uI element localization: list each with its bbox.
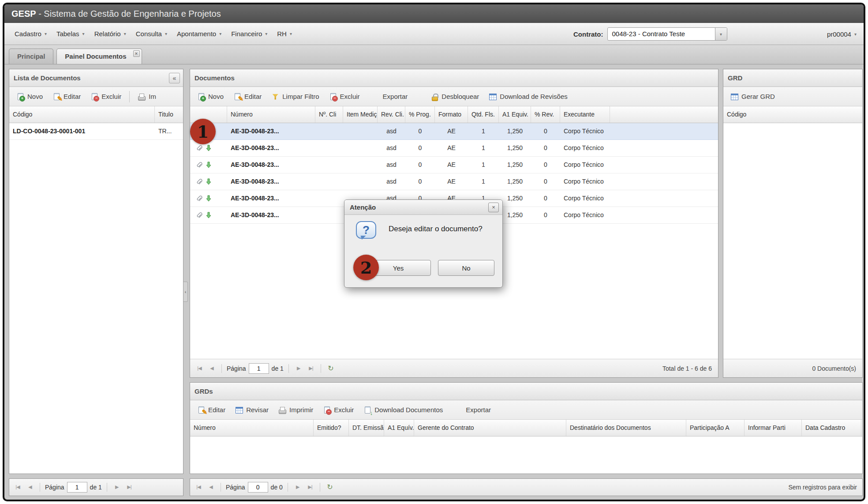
menu-cadastro[interactable]: Cadastro ▾ [10, 26, 52, 41]
exportar-button[interactable]: Exportar [379, 90, 412, 102]
first-page-button[interactable]: |◀ [195, 364, 204, 373]
editar-button[interactable]: Editar [194, 404, 229, 416]
menu-relatorio[interactable]: Relatório ▾ [90, 26, 131, 41]
download-arrow-icon [206, 212, 211, 218]
tab-close-icon[interactable]: × [133, 50, 140, 57]
refresh-icon[interactable]: ↻ [325, 482, 335, 492]
menu-rh[interactable]: RH ▾ [272, 26, 297, 41]
last-page-button[interactable]: ▶| [305, 482, 315, 492]
imprimir-button[interactable]: Imprimir [275, 404, 317, 416]
close-icon[interactable]: × [488, 203, 499, 212]
next-page-button[interactable]: ▶ [294, 364, 303, 373]
last-page-button[interactable]: ▶| [306, 364, 316, 373]
column-data-cadastro[interactable]: Data Cadastro [802, 420, 861, 436]
no-button[interactable]: No [438, 260, 494, 276]
page-input[interactable] [67, 482, 87, 493]
next-page-button[interactable]: ▶ [112, 482, 122, 492]
tab-label: Painel Documentos [65, 53, 126, 60]
column-numero[interactable]: Número [190, 420, 314, 436]
novo-button[interactable]: Novo [194, 90, 227, 103]
column-codigo[interactable]: Código [9, 106, 155, 123]
panel-collapse-handle[interactable]: ‹ [183, 282, 188, 302]
tab-painel-documentos[interactable]: Painel Documentos × [56, 49, 142, 64]
menu-tabelas[interactable]: Tabelas ▾ [52, 26, 90, 41]
page-input[interactable] [248, 482, 268, 493]
column-rev[interactable]: % Rev. [531, 106, 560, 123]
documentos-toolbar: Novo Editar Limpar Filtro Excluir Export… [190, 87, 718, 106]
tabstrip: Principal Painel Documentos × [4, 45, 864, 64]
exportar-button[interactable]: Exportar [462, 404, 494, 416]
table-row[interactable]: LD-CO-0048-23-0001-001 TR... [9, 123, 183, 140]
cell-numero: AE-3D-0048-23... [227, 190, 315, 207]
desbloquear-button[interactable]: Desbloquear [427, 90, 483, 103]
download-documentos-button[interactable]: Download Documentos [360, 404, 446, 416]
user-menu[interactable]: pr00004 ▾ [827, 23, 857, 45]
table-row[interactable]: AE-3D-0048-23... asd 0 AE 1 1,250 0 Corp… [190, 157, 718, 173]
novo-button[interactable]: Novo [13, 90, 46, 103]
column-gerente[interactable]: Gerente do Contrato [414, 420, 566, 436]
column-dt-emissao[interactable]: DT. Emissã [349, 420, 384, 436]
download-revisoes-button[interactable]: Download de Revisões [485, 90, 571, 103]
button-label: Novo [27, 93, 43, 100]
cell-titulo: TR... [155, 123, 183, 139]
column-a1-equiv[interactable]: A1 Equív. [384, 420, 414, 436]
menu-label: RH [277, 30, 287, 38]
table-row[interactable]: AE-3D-0048-23... asd 0 AE 1 1,250 0 Corp… [190, 123, 718, 140]
page-of-label: de 1 [90, 484, 102, 491]
next-page-button[interactable]: ▶ [293, 482, 303, 492]
prev-page-button[interactable]: ◀ [25, 482, 35, 492]
editar-button[interactable]: Editar [49, 90, 84, 103]
menu-apontamento[interactable]: Apontamento ▾ [172, 26, 226, 41]
imprimir-button[interactable]: Im [134, 90, 160, 103]
dialog-titlebar[interactable]: Atenção × [344, 200, 502, 215]
contrato-combobox[interactable]: 0048-23 - Contrato Teste ▾ [607, 27, 727, 41]
column-participacao[interactable]: Participação A [686, 420, 745, 436]
column-no-cli[interactable]: Nº. Cli [315, 106, 343, 123]
column-item-medicao[interactable]: Item Mediç [343, 106, 378, 123]
column-executante[interactable]: Executante [560, 106, 610, 123]
edit-document-icon [197, 406, 205, 414]
prev-page-button[interactable]: ◀ [207, 364, 217, 373]
page-of-label: de 0 [271, 484, 283, 491]
button-label: Exportar [466, 406, 491, 414]
printer-icon [138, 93, 146, 101]
download-document-icon [363, 406, 371, 414]
editar-button[interactable]: Editar [230, 90, 265, 103]
column-qtd-fls[interactable]: Qtd. Fls. [468, 106, 499, 123]
column-numero[interactable]: Número [227, 106, 315, 123]
first-page-button[interactable]: |◀ [13, 482, 22, 492]
table-row[interactable]: AE-3D-0048-23... asd 0 AE 1 1,250 0 Corp… [190, 140, 718, 157]
column-informar-part[interactable]: Informar Parti [745, 420, 802, 436]
first-page-button[interactable]: |◀ [194, 482, 203, 492]
revisar-button[interactable]: Revisar [232, 404, 272, 416]
column-rev-cli[interactable]: Rev. Cli. [378, 106, 405, 123]
refresh-icon[interactable]: ↻ [326, 364, 336, 373]
menu-financeiro[interactable]: Financeiro ▾ [226, 26, 272, 41]
user-name: pr00004 [827, 30, 851, 38]
column-prog[interactable]: % Prog. [405, 106, 435, 123]
excluir-button[interactable]: Excluir [87, 90, 125, 103]
excluir-button[interactable]: Excluir [326, 90, 363, 103]
table-row[interactable]: AE-3D-0048-23... asd 0 AE 1 1,250 0 Corp… [190, 173, 718, 190]
gerar-grd-button[interactable]: Gerar GRD [727, 90, 778, 103]
limpar-filtro-button[interactable]: Limpar Filtro [268, 90, 322, 103]
cell-prog: 0 [405, 123, 435, 139]
tab-principal[interactable]: Principal [9, 49, 53, 64]
column-emitido[interactable]: Emitido? [314, 420, 349, 436]
column-formato[interactable]: Formato [435, 106, 468, 123]
pager-separator [320, 483, 320, 492]
lista-grid-header: Código Titulo [9, 106, 183, 123]
excluir-button[interactable]: Excluir [319, 404, 357, 416]
column-codigo[interactable]: Código [723, 106, 862, 123]
combo-dropdown-button[interactable]: ▾ [715, 28, 727, 40]
button-label: Excluir [334, 406, 354, 414]
last-page-button[interactable]: ▶| [124, 482, 134, 492]
collapse-panel-button[interactable]: « [169, 73, 180, 83]
page-input[interactable] [249, 363, 269, 374]
column-a1-equiv[interactable]: A1 Equiv. [499, 106, 531, 123]
menu-consulta[interactable]: Consulta ▾ [131, 26, 172, 41]
grds-panel: GRDs Editar Revisar Imprimir Excluir Dow… [190, 382, 863, 474]
column-destinatario[interactable]: Destinatário dos Documentos [566, 420, 686, 436]
prev-page-button[interactable]: ◀ [206, 482, 216, 492]
column-titulo[interactable]: Titulo [155, 106, 183, 123]
